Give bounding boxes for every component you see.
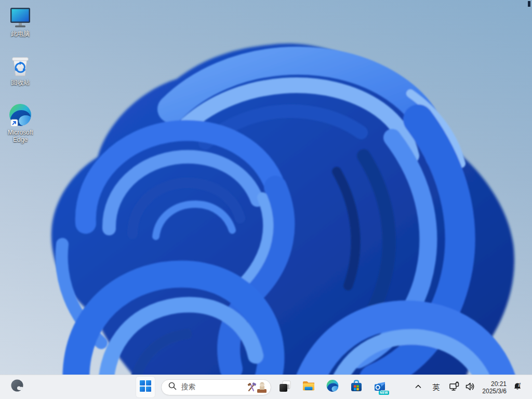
clock-time: 20:21	[491, 380, 507, 388]
outlook-new-badge: NEW	[379, 391, 389, 395]
notification-center-button[interactable]: z z	[510, 377, 525, 398]
desktop-icon-microsoft-edge[interactable]: Microsoft Edge	[1, 103, 39, 143]
clock-date: 2025/3/6	[482, 388, 507, 395]
outlook-icon: NEW	[374, 380, 387, 394]
recycle-bin-icon	[8, 53, 33, 78]
clock[interactable]: 20:21 2025/3/6	[480, 377, 509, 398]
taskbar: 搜索	[0, 375, 532, 399]
task-view-icon	[278, 380, 291, 395]
ime-language-label: 英	[432, 383, 440, 392]
desktop-icon-label: Microsoft Edge	[2, 129, 39, 143]
desktop[interactable]: 此电脑	[0, 0, 532, 399]
edge-logo-icon	[8, 103, 33, 128]
bell-dnd-icon: z z	[512, 381, 523, 394]
start-button[interactable]	[136, 377, 155, 397]
task-view-button[interactable]	[274, 377, 295, 397]
store-bag-icon	[350, 379, 363, 395]
wallpaper-bloom	[0, 0, 532, 399]
desktop-icon-label: 此电脑	[11, 30, 30, 37]
edge-logo-icon	[326, 379, 339, 395]
desktop-icon-label: 回收站	[11, 79, 30, 86]
system-tray: 英	[411, 375, 532, 399]
edge-button[interactable]	[322, 377, 343, 397]
svg-text:z: z	[520, 381, 521, 384]
windows-logo-icon	[140, 380, 151, 394]
widgets-button[interactable]	[6, 377, 29, 397]
this-pc-monitor-icon	[8, 4, 33, 29]
network-volume-button[interactable]	[446, 377, 478, 398]
outlook-button[interactable]: NEW	[370, 377, 391, 397]
desktop-icon-this-pc[interactable]: 此电脑	[1, 4, 39, 37]
ethernet-icon	[448, 381, 460, 394]
file-explorer-button[interactable]	[298, 377, 319, 397]
speaker-icon	[464, 381, 476, 394]
search-box[interactable]: 搜索	[161, 379, 271, 395]
daily-art-thumbnail[interactable]	[245, 381, 268, 394]
screen-edge-artifact	[528, 1, 530, 7]
weather-cloud-icon	[10, 378, 25, 396]
ime-indicator[interactable]: 英	[428, 377, 444, 398]
desktop-icon-recycle-bin[interactable]: 回收站	[1, 53, 39, 86]
search-placeholder: 搜索	[181, 382, 245, 392]
folder-icon	[302, 379, 315, 395]
hidden-icons-button[interactable]	[411, 377, 425, 398]
chevron-up-icon	[414, 382, 422, 393]
taskbar-center-cluster: 搜索	[136, 377, 391, 397]
search-magnifier-icon	[168, 382, 177, 392]
microsoft-store-button[interactable]	[346, 377, 367, 397]
